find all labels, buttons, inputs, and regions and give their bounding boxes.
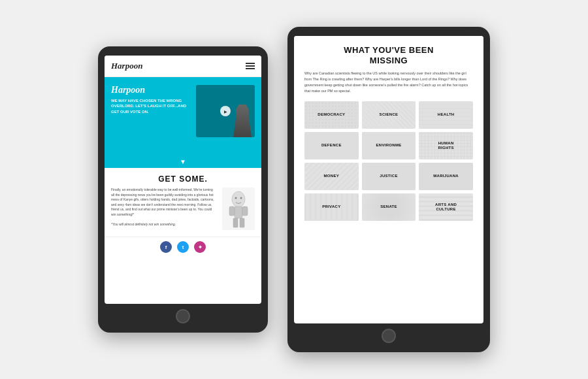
svg-rect-4	[233, 218, 238, 227]
topic-label: SCIENCE	[378, 111, 400, 119]
topic-cell[interactable]: MONEY	[304, 163, 359, 190]
topic-label: MARIJUANA	[432, 173, 460, 180]
left-body: GET SOME. Finally, an emotionally tolera…	[105, 168, 261, 237]
scene: Harpoon Harpoon WE MAY HAVE CHOSEN THE W…	[98, 27, 490, 352]
hero-tagline: WE MAY HAVE CHOSEN THE WRONG OVERLORD. L…	[111, 98, 191, 114]
right-tablet-screen: WHAT YOU'VE BEEN MISSING Why are Canadia…	[294, 36, 483, 323]
hero-text-block: Harpoon WE MAY HAVE CHOSEN THE WRONG OVE…	[111, 85, 191, 114]
topic-label: HUMAN RIGHTS	[436, 140, 455, 153]
twitter-icon[interactable]: t	[177, 241, 189, 253]
left-body-text: Finally, an emotionally tolerable way to…	[111, 188, 217, 227]
topic-cell[interactable]: HEALTH	[419, 101, 473, 129]
topic-cell[interactable]: MARIJUANA	[419, 163, 473, 190]
topic-cell[interactable]: HUMAN RIGHTS	[419, 132, 473, 159]
topic-cell[interactable]: DEFENCE	[304, 132, 359, 159]
tablet-home-button[interactable]	[176, 309, 190, 323]
svg-rect-5	[240, 218, 244, 227]
play-button[interactable]: ▶	[220, 106, 231, 116]
svg-point-6	[235, 197, 237, 199]
left-tablet-screen: Harpoon Harpoon WE MAY HAVE CHOSEN THE W…	[105, 56, 261, 304]
harpoon-logo: Harpoon	[111, 61, 142, 71]
get-some-title: GET SOME.	[111, 174, 255, 184]
tablet-right: WHAT YOU'VE BEEN MISSING Why are Canadia…	[287, 27, 490, 352]
topic-label: HEALTH	[436, 111, 456, 119]
svg-rect-2	[229, 206, 235, 216]
topic-cell[interactable]: SCIENCE	[362, 101, 416, 129]
right-tablet-home-button[interactable]	[382, 329, 396, 343]
topic-cell[interactable]: SENATE	[362, 193, 416, 221]
topic-label: DEMOCRACY	[316, 111, 346, 119]
topic-label: ENVIRONME	[374, 142, 402, 150]
left-body-flex: Finally, an emotionally tolerable way to…	[111, 188, 255, 230]
left-header: Harpoon	[105, 56, 261, 77]
left-footer: f t ✦	[105, 237, 261, 257]
topic-label: PRIVACY	[321, 203, 342, 211]
tablet-left: Harpoon Harpoon WE MAY HAVE CHOSEN THE W…	[98, 46, 268, 333]
scroll-arrow[interactable]: ▼	[105, 156, 261, 168]
topic-cell[interactable]: JUSTICE	[362, 163, 416, 190]
topic-label: JUSTICE	[378, 173, 399, 180]
svg-rect-3	[242, 206, 248, 216]
svg-rect-1	[235, 206, 242, 218]
caricature-svg	[224, 190, 253, 229]
topic-label: DEFENCE	[320, 142, 343, 150]
right-screen-inner: WHAT YOU'VE BEEN MISSING Why are Canadia…	[294, 36, 483, 230]
hero-logo: Harpoon	[111, 85, 191, 95]
facebook-icon[interactable]: f	[160, 241, 172, 253]
right-body-text: Why are Canadian scientists fleeing to t…	[304, 71, 473, 93]
caricature-image	[222, 188, 255, 230]
topic-label: MONEY	[323, 173, 341, 180]
topic-label: SENATE	[379, 203, 399, 211]
person-silhouette	[233, 105, 252, 137]
hamburger-icon[interactable]	[246, 63, 255, 69]
topic-cell[interactable]: ARTS AND CULTURE	[419, 193, 473, 221]
topic-grid: DEMOCRACYSCIENCEHEALTHDEFENCEENVIRONMEHU…	[304, 101, 473, 221]
topic-label: ARTS AND CULTURE	[434, 201, 458, 214]
instagram-icon[interactable]: ✦	[194, 241, 206, 253]
topic-cell[interactable]: DEMOCRACY	[304, 101, 359, 129]
topic-cell[interactable]: ENVIRONME	[362, 132, 416, 159]
right-title: WHAT YOU'VE BEEN MISSING	[304, 45, 473, 65]
left-hero: Harpoon WE MAY HAVE CHOSEN THE WRONG OVE…	[105, 77, 261, 156]
svg-point-7	[240, 197, 242, 199]
svg-point-0	[232, 191, 245, 207]
topic-cell[interactable]: PRIVACY	[304, 193, 359, 221]
hero-image-box: ▶	[196, 85, 255, 137]
hero-map: ▶	[196, 85, 255, 137]
